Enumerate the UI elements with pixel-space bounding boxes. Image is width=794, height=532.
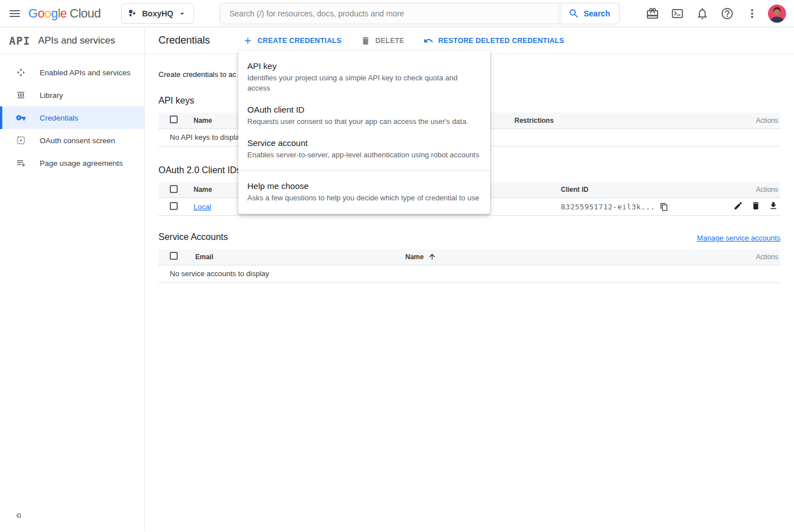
edit-icon[interactable] (733, 201, 743, 211)
sidebar-title: APIs and services (38, 35, 115, 46)
google-logo-cloud: Cloud (70, 6, 101, 21)
service-accounts-empty-text: No service accounts to display (158, 265, 780, 282)
oauth-client-id-value: 83255951712-eil3k... (561, 203, 655, 211)
menu-item-service-account[interactable]: Service account Enables server-to-server… (238, 132, 490, 166)
menu-item-oauth-client-id[interactable]: OAuth client ID Requests user consent so… (238, 99, 490, 132)
collapse-sidebar-button[interactable] (11, 508, 27, 524)
notifications-button[interactable] (691, 2, 714, 25)
menu-item-help-me-choose[interactable]: Help me choose Asks a few questions to h… (238, 175, 490, 209)
select-all-checkbox[interactable] (170, 115, 178, 123)
service-accounts-empty-row: No service accounts to display (158, 265, 780, 282)
avatar-image (768, 5, 786, 23)
search-icon (568, 8, 580, 19)
delete-row-icon[interactable] (751, 201, 761, 211)
hamburger-icon (8, 7, 22, 20)
help-button[interactable] (716, 2, 739, 25)
more-vert-icon (745, 7, 759, 20)
oauth-client-name-link[interactable]: Local (194, 203, 211, 211)
sidebar: API APIs and services Enabled APIs and s… (0, 27, 145, 531)
menu-item-title: Help me choose (247, 181, 481, 192)
sidebar-item-page-usage-agreements[interactable]: Page usage agreements (0, 152, 144, 174)
google-logo-letters: Google (28, 6, 67, 21)
help-icon (720, 7, 734, 20)
project-selector[interactable]: BoxyHQ (121, 3, 194, 24)
sidebar-item-library[interactable]: Library (0, 84, 144, 106)
search-zone: Search (220, 3, 620, 24)
trash-icon (360, 36, 371, 46)
col-header-restrictions: Restrictions (510, 113, 713, 128)
menu-item-description: Enables server-to-server, app-level auth… (247, 150, 481, 160)
sidebar-item-enabled-apis[interactable]: Enabled APIs and services (0, 61, 144, 84)
sidebar-item-oauth-consent[interactable]: OAuth consent screen (0, 129, 144, 152)
col-header-name[interactable]: Name (401, 249, 713, 265)
gift-icon (646, 7, 659, 20)
cloud-shell-icon (671, 7, 684, 20)
download-icon[interactable] (769, 201, 778, 211)
sidebar-item-label: Library (40, 91, 63, 100)
cloud-shell-button[interactable] (666, 2, 689, 25)
google-cloud-logo: Google Cloud (28, 6, 101, 21)
consent-icon (16, 135, 26, 145)
search-button[interactable]: Search (561, 3, 620, 24)
sidebar-item-credentials[interactable]: Credentials (0, 106, 144, 129)
col-header-actions: Actions (713, 249, 780, 265)
collapse-sidebar-icon (14, 510, 24, 521)
account-avatar[interactable] (766, 2, 788, 25)
delete-button[interactable]: DELETE (360, 36, 404, 46)
page-title: Credentials (158, 35, 210, 46)
search-input[interactable] (220, 3, 559, 24)
sidebar-item-label: OAuth consent screen (40, 136, 115, 145)
project-icon (127, 8, 138, 19)
row-checkbox[interactable] (170, 202, 178, 210)
menu-item-description: Requests user consent so that your app c… (247, 117, 481, 127)
api-product-logo: API (9, 35, 30, 47)
create-credentials-button[interactable]: CREATE CREDENTIALS (243, 36, 341, 46)
menu-item-title: OAuth client ID (247, 104, 481, 115)
undo-icon (423, 36, 434, 46)
enabled-apis-icon (16, 67, 26, 78)
create-credentials-menu: API key Identifies your project using a … (238, 50, 490, 214)
sidebar-header: API APIs and services (0, 27, 144, 54)
agreements-icon (16, 158, 26, 168)
top-bar: Google Cloud BoxyHQ Search (0, 0, 794, 27)
delete-label: DELETE (375, 37, 404, 45)
sort-asc-icon[interactable] (428, 252, 436, 261)
col-header-client-id: Client ID (556, 182, 696, 198)
col-header-actions: Actions (713, 113, 780, 128)
toolbar: CREATE CREDENTIALS DELETE RESTORE DELETE… (243, 36, 564, 46)
select-all-checkbox[interactable] (170, 252, 178, 260)
plus-icon (243, 36, 253, 46)
chevron-down-icon (178, 9, 187, 18)
create-credentials-label: CREATE CREDENTIALS (257, 37, 341, 45)
sidebar-nav: Enabled APIs and services Library Creden… (0, 54, 144, 502)
gift-button[interactable] (641, 2, 664, 25)
search-button-label: Search (583, 9, 610, 18)
key-icon (16, 113, 26, 123)
sidebar-footer (0, 502, 144, 531)
menu-item-title: API key (247, 61, 481, 72)
manage-service-accounts-link[interactable]: Manage service accounts (697, 234, 780, 242)
col-header-actions: Actions (696, 182, 780, 198)
sidebar-item-label: Enabled APIs and services (40, 68, 131, 77)
name-label: Name (405, 253, 424, 261)
restore-deleted-credentials-button[interactable]: RESTORE DELETED CREDENTIALS (423, 36, 564, 46)
menu-item-api-key[interactable]: API key Identifies your project using a … (238, 55, 490, 99)
menu-item-description: Asks a few questions to help you decide … (247, 193, 481, 203)
menu-item-title: Service account (247, 138, 481, 149)
copy-icon[interactable] (660, 203, 668, 211)
hamburger-menu-button[interactable] (3, 2, 26, 25)
select-all-checkbox[interactable] (170, 185, 178, 193)
service-accounts-table: Email Name Actions No service accounts t… (158, 249, 780, 283)
library-icon (16, 90, 26, 100)
sidebar-item-label: Page usage agreements (40, 159, 123, 168)
project-name: BoxyHQ (142, 9, 173, 18)
service-accounts-header: Service Accounts Manage service accounts (158, 232, 780, 242)
bell-icon (696, 7, 709, 20)
menu-divider (238, 170, 490, 171)
service-accounts-title: Service Accounts (158, 232, 228, 242)
more-options-button[interactable] (741, 2, 763, 25)
topbar-right-icons (641, 2, 788, 25)
menu-item-description: Identifies your project using a simple A… (247, 73, 481, 93)
col-header-email: Email (191, 249, 401, 265)
sidebar-item-label: Credentials (40, 114, 78, 122)
